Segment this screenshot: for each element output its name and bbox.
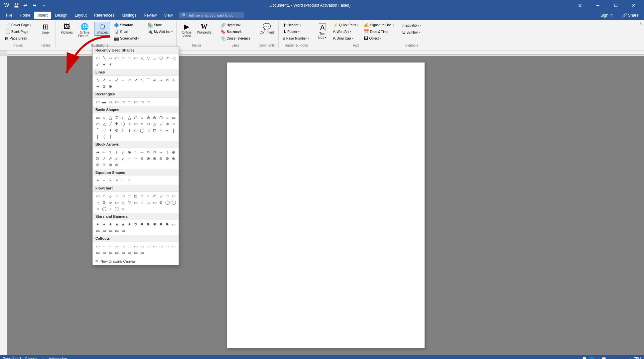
shape-item[interactable]: [ [171, 127, 177, 133]
shape-item[interactable]: ⇑ [107, 149, 113, 155]
shape-item[interactable]: ▭ [95, 55, 101, 61]
shape-item[interactable]: ╲ [95, 77, 101, 83]
shape-item[interactable]: ⊕ [171, 149, 177, 155]
shape-item[interactable]: ↗ [101, 77, 107, 83]
smartart-button[interactable]: 🔷 SmartArt [112, 22, 141, 28]
new-drawing-canvas-button[interactable]: ✏ New Drawing Canvas [93, 257, 179, 265]
shape-item[interactable]: ≠ [126, 178, 132, 183]
shape-item[interactable]: ★ [107, 221, 113, 227]
shape-item[interactable]: ⌒ [95, 127, 101, 133]
shape-item[interactable]: ▭ [133, 99, 139, 105]
page-number-button[interactable]: # Page Number ▾ [281, 35, 311, 42]
save-button[interactable]: 💾 [12, 1, 20, 9]
shape-item[interactable]: ⊹ [171, 77, 177, 83]
shape-item[interactable]: ↙ [114, 77, 120, 83]
shape-item[interactable]: ◻ [152, 127, 158, 133]
shape-item[interactable]: ▽ [114, 115, 120, 121]
shape-item[interactable]: ▭ [114, 199, 120, 205]
shape-item[interactable]: ○ [101, 193, 107, 199]
blank-page-button[interactable]: 📃 Blank Page [3, 29, 33, 35]
shape-item[interactable]: ⌀ [164, 121, 170, 127]
shape-item[interactable]: ⊕ [139, 156, 145, 162]
shape-item[interactable]: ⊹ [126, 121, 132, 127]
shape-item[interactable]: ▭ [126, 250, 132, 256]
shape-item[interactable]: ○ [101, 115, 107, 121]
shape-item[interactable]: ▱ [107, 99, 113, 105]
equation-button[interactable]: π Equation ▾ [401, 22, 423, 29]
shape-item[interactable]: ⊕ [164, 156, 170, 162]
bookmark-button[interactable]: 🔖 Bookmark [219, 29, 252, 35]
shape-item[interactable]: ⊕ [145, 156, 151, 162]
shape-item[interactable]: ▭ [158, 243, 164, 249]
shape-item[interactable]: ▭ [126, 55, 132, 61]
shape-item[interactable]: ☾ [120, 127, 126, 133]
shape-item[interactable]: ↙ [120, 149, 126, 155]
shape-item[interactable]: ★ [126, 221, 132, 227]
shape-item[interactable]: ○ [120, 206, 126, 212]
shape-item[interactable]: ╲ [101, 55, 107, 61]
shape-item[interactable]: ◁ [171, 55, 177, 61]
shape-item[interactable]: ▭ [120, 250, 126, 256]
shape-item[interactable]: ○ [101, 243, 107, 249]
shape-item[interactable]: ⌒ [145, 77, 151, 83]
shape-item[interactable]: → [133, 156, 139, 162]
shape-item[interactable]: ✶ [107, 61, 113, 67]
online-pictures-button[interactable]: 🌐 OnlinePicture... [76, 22, 93, 39]
hyperlink-button[interactable]: 🔗 Hyperlink [219, 22, 252, 28]
shape-item[interactable]: ▽ [145, 55, 151, 61]
shape-item[interactable]: ♡ [101, 127, 107, 133]
shape-item[interactable]: ▭ [114, 228, 120, 234]
shape-item[interactable]: ✡ [133, 221, 139, 227]
menu-home[interactable]: Home [16, 12, 34, 19]
shape-item[interactable]: △ [126, 115, 132, 121]
shape-item[interactable]: ▭ [95, 99, 101, 105]
shape-item[interactable]: ⊕ [107, 162, 113, 168]
shape-item[interactable]: ↺ [145, 149, 151, 155]
shape-item[interactable]: ○ [95, 199, 101, 205]
shape-item[interactable]: ▭ [120, 99, 126, 105]
shape-item[interactable]: ⊗ [101, 199, 107, 205]
shape-item[interactable]: ⊕ [107, 83, 113, 89]
signature-line-button[interactable]: ✍ Signature Line ▾ [362, 22, 396, 28]
collapse-ribbon-button[interactable]: ∧ [639, 21, 642, 26]
menu-design[interactable]: Design [52, 12, 70, 19]
shape-item[interactable]: ▭ [133, 127, 139, 133]
shape-item[interactable]: } [107, 134, 113, 140]
shape-item[interactable]: ✚ [114, 121, 120, 127]
spell-check-icon[interactable]: ✓ [42, 357, 45, 359]
table-button[interactable]: ⊞ Table [38, 22, 53, 36]
shape-item[interactable]: ▭ [152, 199, 158, 205]
shape-item[interactable]: − [101, 178, 107, 183]
shape-item[interactable]: ↙ [120, 156, 126, 162]
shape-item[interactable]: △ [114, 243, 120, 249]
shape-item[interactable]: ⇓ [114, 149, 120, 155]
shape-item[interactable]: ✦ [107, 127, 113, 133]
shape-item[interactable]: ↗ [101, 156, 107, 162]
shape-item[interactable]: ▭ [126, 99, 132, 105]
shape-item[interactable]: ▭ [171, 221, 177, 227]
shape-item[interactable]: ▬ [101, 99, 107, 105]
shape-item[interactable]: ⊕ [101, 162, 107, 168]
shape-item[interactable]: ▭ [120, 243, 126, 249]
shape-item[interactable]: ▭ [95, 250, 101, 256]
zoom-in-button[interactable]: + [629, 357, 631, 359]
shape-item[interactable]: ⬡ [158, 115, 164, 121]
shape-item[interactable]: ÷ [114, 178, 120, 183]
comment-button[interactable]: 💬 Comment [257, 22, 276, 36]
pictures-button[interactable]: 🖼 Pictures [59, 22, 75, 36]
shape-item[interactable]: ⊕ [152, 115, 158, 121]
menu-insert[interactable]: Insert [34, 12, 51, 19]
shape-item[interactable]: ⊸ [158, 77, 164, 83]
shape-item[interactable]: ) [126, 127, 132, 133]
shape-item[interactable]: ✸ [164, 221, 170, 227]
shape-item[interactable]: ▭ [95, 228, 101, 234]
shape-item[interactable]: ▭ [114, 99, 120, 105]
menu-review[interactable]: Review [140, 12, 160, 19]
shape-item[interactable]: ▭ [139, 99, 145, 105]
view-print-button[interactable]: 📄 [582, 357, 587, 359]
shape-item[interactable]: ▭ [145, 243, 151, 249]
shape-item[interactable]: ○ [139, 115, 145, 121]
shape-item[interactable]: ◯ [139, 127, 145, 133]
menu-file[interactable]: File [3, 12, 16, 19]
zoom-out-button[interactable]: − [609, 357, 611, 359]
